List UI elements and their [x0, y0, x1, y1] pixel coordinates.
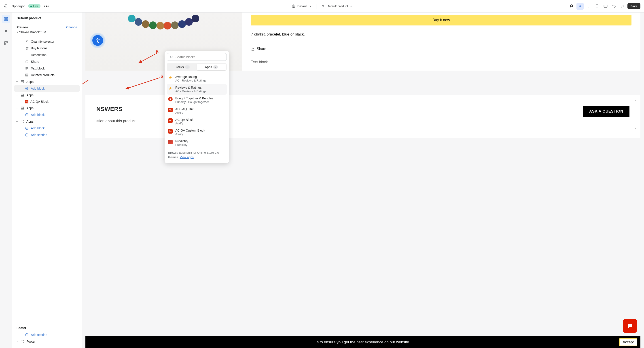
- svg-rect-25: [21, 107, 24, 108]
- chevron-down-icon: [16, 107, 18, 109]
- change-link[interactable]: Change: [66, 25, 77, 29]
- search-box[interactable]: [167, 53, 227, 61]
- chevron-down-icon: [350, 5, 352, 7]
- svg-rect-29: [21, 122, 24, 123]
- save-button[interactable]: Save: [628, 3, 640, 9]
- add-block-popover: Blocks0 Apps7 ★Average RatingAC - Review…: [164, 51, 229, 163]
- inspector-icon[interactable]: [576, 3, 584, 10]
- tree-buy-buttons[interactable]: Buy buttons: [14, 45, 80, 52]
- cart-icon: [25, 46, 29, 50]
- template-dropdown[interactable]: Default product: [321, 4, 352, 8]
- app-item-average-rating[interactable]: ★Average RatingAC - Reviews & Ratings: [167, 73, 227, 84]
- chevron-down-icon: [309, 5, 312, 7]
- avatar-icon[interactable]: [568, 3, 575, 10]
- chat-fab[interactable]: [623, 319, 637, 333]
- more-icon[interactable]: •••: [44, 4, 49, 8]
- chevron-right-icon: [16, 341, 18, 343]
- tab-blocks[interactable]: Blocks0: [168, 64, 197, 70]
- footer-item[interactable]: Footer: [14, 338, 80, 345]
- svg-rect-14: [4, 43, 6, 45]
- redo-icon[interactable]: [619, 3, 626, 10]
- footer-add-section[interactable]: Add section: [14, 332, 80, 338]
- qa-subtitle: stion about this product.: [96, 119, 137, 123]
- mobile-icon[interactable]: [594, 3, 600, 10]
- cookie-bar: s to ensure you get the best experience …: [86, 336, 640, 348]
- tree-apps-1[interactable]: Apps: [14, 78, 80, 85]
- svg-rect-12: [4, 41, 6, 43]
- share-icon: [25, 60, 29, 64]
- accessibility-badge[interactable]: [90, 33, 106, 48]
- rail-sections-icon[interactable]: [2, 15, 10, 23]
- svg-rect-10: [4, 20, 8, 20]
- tree-add-block-2[interactable]: Add block: [14, 111, 80, 118]
- tree-quantity[interactable]: #Quantity selector: [14, 38, 80, 45]
- tree-ac-qa-block[interactable]: %AC QA Block: [14, 99, 80, 105]
- svg-line-37: [82, 80, 88, 93]
- tree-add-block-3[interactable]: Add block: [14, 125, 80, 132]
- app-item-faq-link[interactable]: %AC FAQ LinkAskify: [167, 105, 227, 116]
- language-dropdown[interactable]: Default: [292, 4, 312, 8]
- desktop-icon[interactable]: [585, 3, 592, 10]
- section-icon: [20, 340, 24, 344]
- fullwidth-icon[interactable]: [602, 3, 609, 10]
- exit-icon[interactable]: [4, 4, 8, 8]
- view-apps-link[interactable]: View apps: [180, 156, 194, 159]
- search-input[interactable]: [176, 55, 224, 59]
- tab-segments: Blocks0 Apps7: [167, 63, 227, 71]
- app-item-qa-custom[interactable]: %AC QA Custom BlockAskify: [167, 127, 227, 138]
- tree-apps-2[interactable]: Apps: [14, 92, 80, 99]
- tree-add-section[interactable]: Add section: [14, 132, 80, 138]
- topbar: Spotlight Live ••• Default Default produ…: [0, 0, 644, 12]
- tree-share[interactable]: Share: [14, 58, 80, 65]
- svg-rect-19: [26, 75, 28, 76]
- tab-apps[interactable]: Apps7: [197, 64, 226, 70]
- tree-description[interactable]: Description: [14, 52, 80, 58]
- external-icon: [43, 31, 46, 34]
- theme-name: Spotlight: [12, 4, 24, 8]
- svg-rect-28: [21, 120, 24, 121]
- app-icon: %: [168, 118, 173, 123]
- svg-point-16: [28, 49, 28, 50]
- app-item-reviews-ratings[interactable]: ★Reviews & RatingsAC - Reviews & Ratings: [167, 84, 227, 95]
- tree-apps-3[interactable]: Apps: [14, 105, 80, 111]
- svg-rect-23: [21, 94, 24, 95]
- svg-rect-34: [21, 342, 24, 343]
- svg-point-36: [170, 56, 172, 58]
- svg-rect-18: [26, 74, 28, 75]
- svg-point-1: [322, 5, 322, 6]
- preview-label: Preview: [16, 25, 28, 29]
- ask-question-button[interactable]: ASK A QUESTION: [583, 106, 630, 117]
- section-icon: [20, 106, 24, 110]
- tree-text-block[interactable]: Text block: [14, 65, 80, 72]
- app-item-bought-together[interactable]: ✱Bought Together & BundlesBundlify - Bou…: [167, 95, 227, 105]
- tree-related[interactable]: Related products: [14, 72, 80, 78]
- accept-button[interactable]: Accept: [619, 339, 637, 346]
- rail-settings-icon[interactable]: [2, 27, 10, 35]
- topbar-left: Spotlight Live •••: [4, 4, 49, 8]
- app-item-qa-block[interactable]: %AC QA BlockAskify: [167, 116, 227, 127]
- buy-now-button[interactable]: Buy it now: [251, 15, 632, 25]
- topbar-center: Default Default product: [292, 3, 352, 9]
- topbar-right: Save: [568, 3, 640, 10]
- tree-add-block-1[interactable]: Add block: [14, 85, 80, 92]
- svg-rect-26: [21, 109, 24, 109]
- app-icon: [168, 140, 173, 144]
- svg-point-15: [26, 49, 26, 50]
- rail-apps-icon[interactable]: [2, 39, 10, 47]
- share-button[interactable]: Share: [251, 47, 632, 51]
- svg-rect-20: [21, 80, 24, 81]
- app-item-predictify[interactable]: PredictifyPredictify: [167, 138, 227, 148]
- section-icon: [20, 93, 24, 97]
- undo-icon[interactable]: [610, 3, 618, 10]
- app-icon: %: [168, 108, 173, 112]
- chevron-down-icon: [16, 81, 18, 83]
- tree-apps-4[interactable]: Apps: [14, 118, 80, 125]
- preview-product[interactable]: 7 Shakra Bracelet: [12, 30, 82, 37]
- cookie-text: s to ensure you get the best experience …: [317, 340, 409, 345]
- sidebar: Default product Preview Change 7 Shakra …: [12, 12, 82, 348]
- plus-circle-icon: [25, 126, 29, 130]
- tag-icon: [321, 4, 325, 8]
- search-icon: [170, 55, 173, 59]
- plus-circle-icon: [25, 333, 29, 337]
- svg-rect-13: [6, 41, 8, 43]
